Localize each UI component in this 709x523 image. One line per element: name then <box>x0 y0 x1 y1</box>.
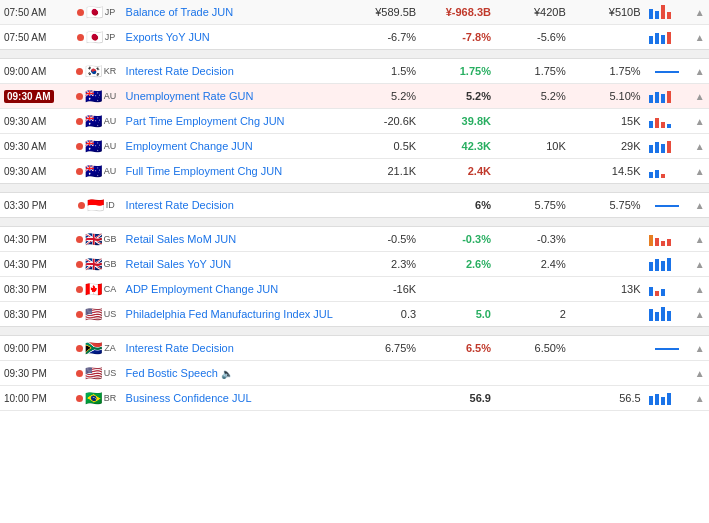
country-flag: 🇧🇷 BR <box>71 386 122 411</box>
alert-icon[interactable]: ▲ <box>695 259 705 270</box>
event-link[interactable]: Interest Rate Decision <box>126 199 234 211</box>
alert-icon[interactable]: ▲ <box>695 141 705 152</box>
alert-button[interactable]: ▲ <box>690 227 709 252</box>
event-link[interactable]: ADP Employment Change JUN <box>126 283 279 295</box>
country-code: JP <box>105 32 116 42</box>
alert-button[interactable]: ▲ <box>690 361 709 386</box>
event-link[interactable]: Interest Rate Decision <box>126 342 234 354</box>
alert-button[interactable]: ▲ <box>690 0 709 25</box>
event-link[interactable]: Full Time Employment Chg JUN <box>126 165 283 177</box>
event-name[interactable]: ADP Employment Change JUN <box>122 277 346 302</box>
alert-button[interactable]: ▲ <box>690 336 709 361</box>
time-text: 08:30 PM <box>4 284 47 295</box>
time-text: 07:50 AM <box>4 32 46 43</box>
svg-rect-20 <box>649 172 653 178</box>
event-link[interactable]: Unemployment Rate GUN <box>126 90 254 102</box>
alert-icon[interactable]: ▲ <box>695 7 705 18</box>
mini-chart <box>645 0 691 25</box>
alert-icon[interactable]: ▲ <box>695 66 705 77</box>
revised-value <box>570 361 645 386</box>
alert-icon[interactable]: ▲ <box>695 309 705 320</box>
country-flag: 🇬🇧 GB <box>71 227 122 252</box>
alert-icon[interactable]: ▲ <box>695 32 705 43</box>
alert-icon[interactable]: ▲ <box>695 200 705 211</box>
previous-value <box>495 386 570 411</box>
country-flag: 🇦🇺 AU <box>71 134 122 159</box>
svg-rect-13 <box>655 118 659 128</box>
forecast-value: 6.75% <box>345 336 420 361</box>
event-name[interactable]: Balance of Trade JUN <box>122 0 346 25</box>
svg-rect-34 <box>649 309 653 321</box>
alert-button[interactable]: ▲ <box>690 134 709 159</box>
svg-rect-33 <box>661 289 665 296</box>
separator-row <box>0 184 709 193</box>
speaker-icon: 🔈 <box>221 368 233 379</box>
table-row: 09:30 AM 🇦🇺 AU Full Time Employment Chg … <box>0 159 709 184</box>
event-time: 03:30 PM <box>0 193 71 218</box>
event-name[interactable]: Employment Change JUN <box>122 134 346 159</box>
importance-dot <box>76 395 83 402</box>
alert-button[interactable]: ▲ <box>690 302 709 327</box>
event-name[interactable]: Exports YoY JUN <box>122 25 346 50</box>
alert-icon[interactable]: ▲ <box>695 393 705 404</box>
alert-icon[interactable]: ▲ <box>695 166 705 177</box>
event-link[interactable]: Employment Change JUN <box>126 140 253 152</box>
flag-emoji: 🇦🇺 <box>85 113 102 129</box>
alert-button[interactable]: ▲ <box>690 25 709 50</box>
svg-rect-35 <box>655 312 659 321</box>
event-name[interactable]: Part Time Employment Chg JUN <box>122 109 346 134</box>
alert-icon[interactable]: ▲ <box>695 284 705 295</box>
alert-icon[interactable]: ▲ <box>695 234 705 245</box>
alert-button[interactable]: ▲ <box>690 159 709 184</box>
event-link[interactable]: Interest Rate Decision <box>126 65 234 77</box>
alert-icon[interactable]: ▲ <box>695 116 705 127</box>
country-code: BR <box>104 393 117 403</box>
forecast-value: -6.7% <box>345 25 420 50</box>
event-time: 09:00 AM <box>0 59 71 84</box>
event-link[interactable]: Balance of Trade JUN <box>126 6 234 18</box>
alert-button[interactable]: ▲ <box>690 59 709 84</box>
alert-icon[interactable]: ▲ <box>695 343 705 354</box>
svg-rect-30 <box>667 258 671 271</box>
alert-button[interactable]: ▲ <box>690 277 709 302</box>
event-name[interactable]: Interest Rate Decision <box>122 336 346 361</box>
alert-button[interactable]: ▲ <box>690 84 709 109</box>
time-text: 09:30 AM <box>4 116 46 127</box>
importance-dot <box>77 9 84 16</box>
forecast-value: 1.5% <box>345 59 420 84</box>
event-link[interactable]: Business Confidence JUL <box>126 392 252 404</box>
alert-icon[interactable]: ▲ <box>695 368 705 379</box>
alert-button[interactable]: ▲ <box>690 193 709 218</box>
country-code: CA <box>104 284 117 294</box>
actual-value: -0.3% <box>420 227 495 252</box>
event-name[interactable]: Full Time Employment Chg JUN <box>122 159 346 184</box>
time-badge: 09:30 AM <box>4 90 54 103</box>
event-name[interactable]: Fed Bostic Speech 🔈 <box>122 361 346 386</box>
svg-rect-39 <box>655 394 659 405</box>
previous-value <box>495 277 570 302</box>
alert-button[interactable]: ▲ <box>690 386 709 411</box>
svg-rect-27 <box>649 262 653 271</box>
event-name[interactable]: Unemployment Rate GUN <box>122 84 346 109</box>
event-link[interactable]: Fed Bostic Speech 🔈 <box>126 367 233 379</box>
alert-button[interactable]: ▲ <box>690 252 709 277</box>
mini-chart <box>645 25 691 50</box>
event-name[interactable]: Business Confidence JUL <box>122 386 346 411</box>
event-link[interactable]: Exports YoY JUN <box>126 31 210 43</box>
alert-icon[interactable]: ▲ <box>695 91 705 102</box>
event-link[interactable]: Philadelphia Fed Manufacturing Index JUL <box>126 308 333 320</box>
table-row: 07:50 AM 🇯🇵 JP Balance of Trade JUN ¥589… <box>0 0 709 25</box>
event-name[interactable]: Retail Sales MoM JUN <box>122 227 346 252</box>
forecast-value <box>345 361 420 386</box>
country-flag: 🇦🇺 AU <box>71 109 122 134</box>
event-link[interactable]: Retail Sales MoM JUN <box>126 233 237 245</box>
svg-rect-12 <box>649 121 653 128</box>
event-name[interactable]: Philadelphia Fed Manufacturing Index JUL <box>122 302 346 327</box>
event-link[interactable]: Retail Sales YoY JUN <box>126 258 232 270</box>
event-name[interactable]: Interest Rate Decision <box>122 59 346 84</box>
event-link[interactable]: Part Time Employment Chg JUN <box>126 115 285 127</box>
event-name[interactable]: Retail Sales YoY JUN <box>122 252 346 277</box>
alert-button[interactable]: ▲ <box>690 109 709 134</box>
actual-value: 6.5% <box>420 336 495 361</box>
event-name[interactable]: Interest Rate Decision <box>122 193 346 218</box>
